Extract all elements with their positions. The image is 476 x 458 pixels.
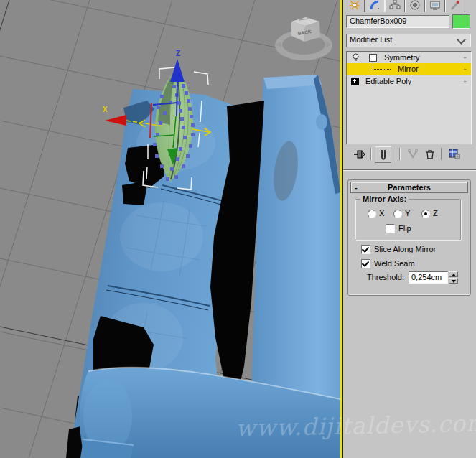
stack-row-mirror-selected[interactable]: Mirror + — [347, 63, 471, 75]
spinner-up-button[interactable] — [449, 271, 458, 277]
viewport-scene: Z X BACK — [0, 0, 340, 458]
make-unique-icon — [406, 148, 419, 161]
object-name-field[interactable]: ChamferBox009 — [346, 15, 449, 28]
display-icon — [429, 0, 441, 10]
mirror-axis-group-label: Mirror Axis: — [360, 195, 409, 203]
radio-y[interactable] — [393, 210, 402, 218]
weld-seam-label[interactable]: Weld Seam — [374, 259, 415, 268]
spinner-down-button[interactable] — [449, 278, 458, 284]
object-color-swatch[interactable] — [452, 14, 470, 29]
stack-row-editable-poly[interactable]: Editable Poly + — [347, 75, 471, 87]
tab-display[interactable] — [425, 0, 445, 12]
utilities-icon — [449, 0, 461, 10]
bulb-on-icon[interactable] — [352, 53, 360, 62]
create-icon — [349, 0, 360, 10]
collapse-glyph: - — [355, 182, 358, 192]
z-axis-label: Z — [176, 50, 180, 57]
x-axis-label: X — [103, 106, 108, 113]
viewport-3d[interactable]: Z X BACK — [0, 0, 340, 458]
make-unique-button[interactable] — [405, 146, 420, 162]
modify-icon — [369, 0, 381, 10]
radio-y-label[interactable]: Y — [405, 209, 410, 218]
tab-create[interactable] — [345, 0, 365, 12]
threshold-field[interactable]: 0,254cm — [409, 271, 448, 284]
mirror-axis-group: Mirror Axis: X Y Z Flip — [355, 199, 461, 240]
show-end-result-icon — [377, 149, 390, 162]
tab-utilities[interactable] — [445, 0, 465, 12]
stack-toolbar — [349, 146, 472, 163]
expand-plus-box[interactable] — [351, 78, 359, 85]
stack-row-symmetry[interactable]: Symmetry + — [347, 52, 471, 63]
radio-z-label[interactable]: Z — [433, 209, 438, 218]
toolbar-separator — [399, 148, 401, 160]
configure-modifier-sets-button[interactable] — [447, 146, 462, 162]
modifier-list-dropdown-button[interactable] — [455, 34, 467, 46]
show-end-result-button[interactable] — [375, 146, 391, 163]
remove-modifier-button[interactable] — [422, 146, 437, 162]
slice-along-mirror-checkbox[interactable] — [361, 245, 370, 254]
modifier-stack: Symmetry + Mirror + Editable Poly + — [346, 51, 472, 144]
command-panel: ChamferBox009 Modifier List Symmetry + M… — [343, 0, 476, 458]
flip-label[interactable]: Flip — [398, 224, 411, 233]
hierarchy-icon — [389, 0, 401, 10]
trash-icon — [424, 148, 437, 161]
motion-icon — [409, 0, 421, 10]
threshold-label: Threshold: — [367, 273, 404, 281]
rollout-title: Parameters — [388, 183, 431, 192]
pin-stack-button[interactable] — [352, 146, 367, 162]
subobject-label[interactable]: Mirror — [398, 63, 419, 75]
flip-checkbox[interactable] — [386, 224, 395, 233]
configure-sets-icon — [448, 148, 461, 161]
threshold-spinner — [449, 271, 458, 284]
stack-artifact: + — [463, 76, 468, 88]
toolbar-separator — [441, 148, 442, 160]
weld-seam-checkbox[interactable] — [361, 259, 370, 268]
tab-motion[interactable] — [405, 0, 425, 12]
stack-artifact: + — [463, 52, 468, 64]
command-panel-tabs — [345, 0, 465, 12]
stack-artifact: + — [463, 64, 468, 75]
chevron-down-icon — [457, 35, 466, 45]
modifier-list-dropdown[interactable]: Modifier List — [346, 34, 471, 47]
radio-x[interactable] — [368, 210, 376, 218]
toolbar-separator — [370, 148, 372, 160]
pin-icon — [353, 148, 366, 161]
panel-divider — [343, 169, 476, 171]
radio-z[interactable] — [421, 210, 430, 218]
3ds-max-screen: Z X BACK — [0, 0, 476, 458]
tab-modify[interactable] — [365, 0, 385, 12]
radio-x-label[interactable]: X — [379, 209, 384, 218]
slice-along-mirror-label[interactable]: Slice Along Mirror — [374, 245, 436, 253]
parameters-rollout: - Parameters Mirror Axis: X Y Z Flip Sli… — [347, 179, 471, 296]
tab-hierarchy[interactable] — [385, 0, 405, 12]
tree-connector — [373, 60, 391, 70]
parameters-rollout-header[interactable]: - Parameters — [350, 182, 468, 193]
base-object-label[interactable]: Editable Poly — [365, 75, 411, 87]
